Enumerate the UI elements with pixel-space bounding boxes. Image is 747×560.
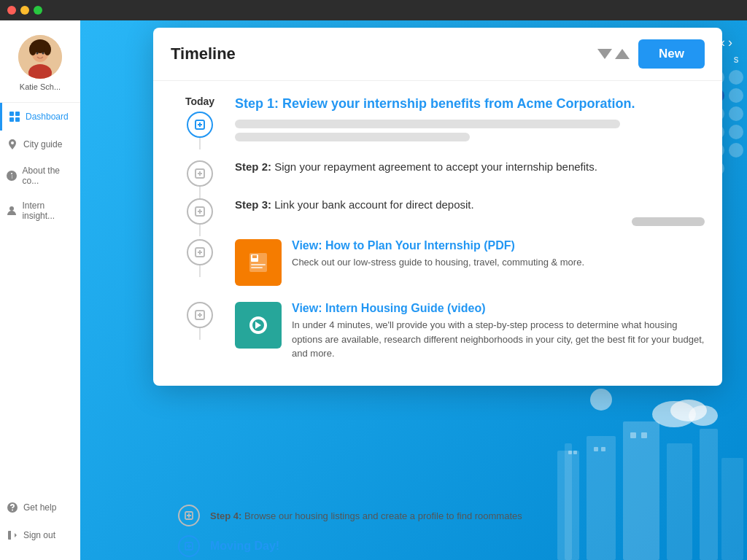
svg-rect-27: [641, 432, 647, 438]
step4-text: Step 4: Browse our housing listings and …: [210, 510, 522, 521]
sidebar-username: Katie Sch...: [0, 82, 80, 103]
header-actions: New: [597, 39, 705, 69]
svg-rect-10: [9, 112, 14, 116]
sign-out-label: Sign out: [23, 530, 55, 540]
resource2-thumb: [235, 302, 282, 349]
resource1-title[interactable]: View: How to Plan Your Internship (PDF): [292, 239, 705, 252]
svg-point-8: [42, 52, 44, 55]
step1-connector: Today: [171, 96, 229, 149]
person-icon: [6, 204, 18, 217]
grid-icon: [8, 110, 21, 123]
svg-rect-11: [15, 112, 20, 116]
svg-point-31: [590, 389, 612, 411]
moving-day-title: Moving Day!: [210, 540, 279, 553]
new-button[interactable]: New: [638, 39, 705, 69]
cal-cell-empty: [729, 161, 743, 176]
step2-connector: [171, 160, 229, 198]
resource2-card: View: Intern Housing Guide (video) In un…: [235, 302, 705, 361]
get-help-label: Get help: [23, 502, 56, 513]
maximize-dot[interactable]: [34, 6, 42, 15]
vert-line1: [199, 138, 201, 149]
sidebar-nav: Dashboard City guide About the co...: [0, 103, 80, 494]
resource1-icon[interactable]: [187, 239, 213, 265]
cal-cell[interactable]: [729, 143, 743, 158]
col-s: S: [729, 56, 743, 64]
resource2-section: View: Intern Housing Guide (video) In un…: [171, 302, 705, 371]
step2-content: Step 2: Sign your repayment agreement to…: [229, 160, 705, 187]
moving-day-icon[interactable]: [178, 535, 200, 557]
resource1-thumb: [235, 239, 282, 286]
svg-rect-25: [601, 447, 605, 451]
svg-rect-38: [251, 264, 266, 265]
sort-asc-icon[interactable]: [615, 49, 630, 59]
vert-line2: [199, 187, 201, 198]
step3-text: Link your bank account for direct deposi…: [274, 198, 474, 211]
svg-rect-23: [573, 451, 577, 454]
step1-section: Today Step 1: Review your internship ben…: [171, 96, 705, 160]
step3-connector: [171, 198, 229, 236]
avatar: [18, 35, 62, 79]
sidebar-item-about[interactable]: About the co...: [0, 158, 80, 193]
svg-rect-39: [251, 267, 263, 268]
svg-rect-12: [9, 117, 14, 122]
svg-point-14: [9, 206, 14, 211]
resource1-section: View: How to Plan Your Internship (PDF) …: [171, 239, 705, 302]
resource2-body: View: Intern Housing Guide (video) In un…: [292, 302, 705, 361]
resource2-icon[interactable]: [187, 302, 213, 328]
timeline-content: Today Step 1: Review your internship ben…: [153, 81, 722, 386]
sort-desc-icon[interactable]: [597, 49, 612, 59]
cal-cell[interactable]: [729, 125, 743, 139]
svg-point-5: [29, 44, 36, 55]
intern-insights-label: Intern insight...: [22, 201, 74, 221]
step3-content: Step 3: Link your bank account for direc…: [229, 198, 705, 239]
svg-rect-26: [630, 432, 636, 438]
resource1-body: View: How to Plan Your Internship (PDF) …: [292, 239, 705, 270]
modal-header: Timeline New: [153, 28, 722, 81]
info-icon: [6, 169, 18, 182]
question-icon: [6, 501, 19, 514]
step1-icon[interactable]: [187, 112, 213, 138]
sidebar-bottom: Get help Sign out: [0, 494, 80, 560]
about-label: About the co...: [23, 166, 74, 186]
step2-icon[interactable]: [187, 160, 213, 187]
svg-rect-24: [594, 447, 598, 451]
resource1-content: View: How to Plan Your Internship (PDF) …: [229, 239, 705, 302]
resource2-title[interactable]: View: Intern Housing Guide (video): [292, 302, 705, 315]
city-guide-label: City guide: [23, 139, 62, 149]
cal-cell[interactable]: [729, 70, 743, 85]
titlebar: [0, 0, 747, 20]
step1-title: Step 1: Review your internship benefits …: [235, 96, 705, 112]
cal-cell[interactable]: [729, 88, 743, 103]
step2-label: Step 2:: [235, 160, 274, 173]
bottom-steps: Step 4: Browse our housing listings and …: [160, 491, 747, 560]
minimize-dot[interactable]: [20, 6, 29, 15]
svg-point-7: [36, 52, 39, 55]
sidebar-item-get-help[interactable]: Get help: [0, 494, 80, 521]
sidebar-item-city-guide[interactable]: City guide: [0, 131, 80, 158]
today-label: Today: [185, 96, 214, 107]
calendar-nav[interactable]: ‹ ›: [721, 35, 732, 50]
step1-content: Step 1: Review your internship benefits …: [229, 96, 705, 160]
sidebar-item-dashboard[interactable]: Dashboard: [0, 103, 80, 131]
resource1-connector: [171, 239, 229, 277]
sidebar-item-intern-insights[interactable]: Intern insight...: [0, 193, 80, 228]
step4-row: Step 4: Browse our housing listings and …: [178, 499, 652, 532]
vert-line4: [199, 265, 201, 277]
vert-line5: [199, 328, 201, 340]
app-container: Katie Sch... Dashboard: [0, 20, 747, 560]
background-area: ‹ › F S Timeline: [80, 20, 747, 560]
step2-text: Sign your repayment agreement to accept …: [274, 160, 597, 173]
sidebar-item-sign-out[interactable]: Sign out: [0, 521, 80, 549]
resource1-desc: Check out our low-stress guide to housin…: [292, 255, 705, 270]
cal-cell[interactable]: [729, 106, 743, 121]
step1-bar1: [235, 120, 620, 128]
calendar-next[interactable]: ›: [728, 35, 732, 50]
step4-icon[interactable]: [178, 505, 200, 526]
svg-rect-22: [568, 451, 572, 454]
close-dot[interactable]: [7, 6, 16, 15]
resource2-desc: In under 4 minutes, we'll provide you wi…: [292, 318, 705, 361]
step3-icon[interactable]: [187, 198, 213, 225]
moving-day-row: Moving Day!: [178, 532, 652, 560]
modal-title: Timeline: [171, 44, 236, 63]
svg-rect-13: [15, 117, 20, 122]
